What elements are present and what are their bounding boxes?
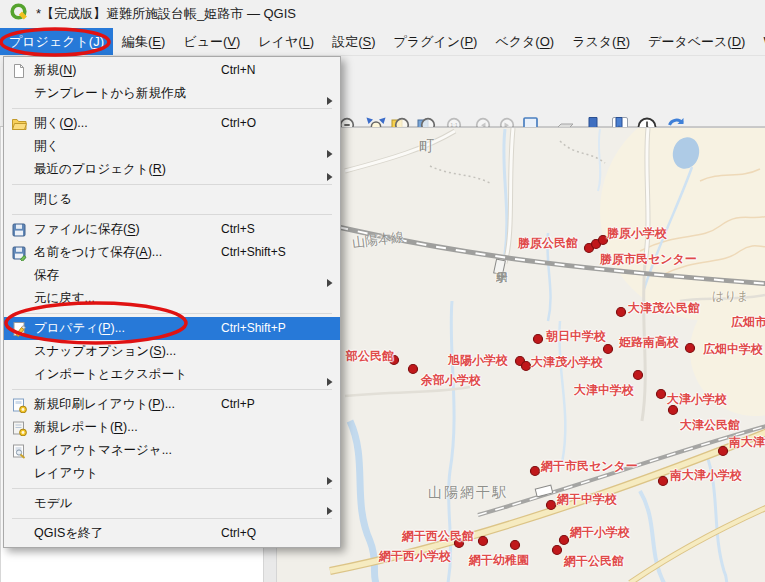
window-title: *【完成版】避難所施設台帳_姫路市 — QGIS [36, 5, 296, 23]
menu-item-label: レイアウト [34, 462, 98, 485]
menu-item-label: ファイルに保存(S) [34, 218, 140, 241]
menu-separator [12, 313, 332, 314]
menu-item-新規印刷レイアウトP[interactable]: 新規印刷レイアウト(P)...Ctrl+P [4, 393, 340, 416]
facility-dot [522, 362, 531, 371]
qgis-logo-icon [10, 3, 28, 25]
title-bar: *【完成版】避難所施設台帳_姫路市 — QGIS [0, 0, 765, 28]
menubar-item-8[interactable]: データベース(D) [639, 28, 754, 55]
menu-item-ファイルに保存S[interactable]: ファイルに保存(S)Ctrl+S [4, 218, 340, 241]
menu-item-レイアウト[interactable]: レイアウト [4, 462, 340, 485]
menu-item-元に戻す[interactable]: 元に戻す... [4, 287, 340, 310]
place-label: 山陽網干駅 [428, 484, 508, 502]
menu-separator [12, 389, 332, 390]
menu-item-label: プロパティ(P)... [34, 317, 125, 340]
facility-label: 旭陽小学校 [448, 352, 508, 369]
menu-item-label: 最近のプロジェクト(R) [34, 158, 166, 181]
menubar-item-9[interactable]: Web(W) [754, 28, 765, 55]
facility-dot [617, 308, 626, 317]
submenu-arrow-icon [326, 371, 333, 394]
menu-item-新規N[interactable]: 新規(N)Ctrl+N [4, 59, 340, 82]
facility-dot [531, 467, 540, 476]
place-label: はりま [712, 288, 749, 305]
menu-item-レイアウトマネージャ[interactable]: レイアウトマネージャ... [4, 439, 340, 462]
submenu-arrow-icon [326, 90, 333, 113]
menu-item-shortcut: Ctrl+Shift+S [221, 241, 286, 264]
facility-label: 広畑中学校 [703, 341, 763, 358]
menu-item-インポートとエクスポート[interactable]: インポートとエクスポート [4, 363, 340, 386]
menu-item-開く[interactable]: 開く [4, 135, 340, 158]
facility-label: 網干西公民館 [402, 528, 474, 545]
menu-item-名前をつけて保存A[interactable]: 名前をつけて保存(A)...Ctrl+Shift+S [4, 241, 340, 264]
facility-label: 大津公民館 [680, 417, 740, 434]
menu-item-shortcut: Ctrl+Q [221, 522, 256, 545]
properties-icon [4, 321, 34, 337]
facility-label: 広畑市 [731, 314, 765, 331]
facility-label: 南大津 [729, 434, 765, 451]
menu-bar: プロジェクト(J)編集(E)ビュー(V)レイヤ(L)設定(S)プラグイン(P)ベ… [0, 28, 765, 56]
submenu-arrow-icon [326, 500, 333, 523]
facility-label: 南大津小学校 [670, 467, 742, 484]
facility-label: 網干幼稚園 [469, 552, 529, 569]
save-as-icon [4, 245, 34, 261]
menu-item-label: 名前をつけて保存(A)... [34, 241, 162, 264]
menubar-item-5[interactable]: プラグイン(P) [385, 28, 487, 55]
menu-item-モデル[interactable]: モデル [4, 492, 340, 515]
facility-label: 勝原公民館 [518, 235, 578, 252]
menu-separator [12, 214, 332, 215]
menubar-item-2[interactable]: ビュー(V) [174, 28, 249, 55]
project-menu-popup: 新規(N)Ctrl+Nテンプレートから新規作成開く(O)...Ctrl+O開く最… [3, 56, 341, 548]
map-canvas[interactable]: 勝原公民館勝原小学校勝原市民センター大津茂公民館広畑市朝日中学校姫路南高校広畑中… [277, 127, 765, 582]
facility-dot [686, 344, 695, 353]
menubar-item-7[interactable]: ラスタ(R) [563, 28, 639, 55]
submenu-arrow-icon [326, 470, 333, 493]
save-icon [4, 222, 34, 238]
facility-label: 網干小学校 [570, 524, 630, 541]
menu-item-閉じる[interactable]: 閉じる [4, 188, 340, 211]
menu-separator [12, 184, 332, 185]
facility-label: 余部小学校 [421, 372, 481, 389]
facility-label: 姫路南高校 [619, 334, 679, 351]
facility-dot [560, 536, 569, 545]
facility-dot [409, 365, 418, 374]
layout-manager-icon [4, 443, 34, 459]
menu-separator [12, 108, 332, 109]
menu-item-shortcut: Ctrl+Shift+P [221, 317, 286, 340]
facility-dot [634, 371, 643, 380]
menu-item-最近のプロジェクトR[interactable]: 最近のプロジェクト(R) [4, 158, 340, 181]
new-report-icon [4, 420, 34, 436]
menu-item-shortcut: Ctrl+O [221, 112, 256, 135]
facility-dot [534, 335, 543, 344]
facility-dot [657, 390, 666, 399]
facility-label: 網干中学校 [557, 491, 617, 508]
menu-item-label: 新規レポート(R)... [34, 416, 138, 439]
menu-item-プロパティP[interactable]: プロパティ(P)...Ctrl+Shift+P [4, 317, 340, 340]
menu-item-QGISを終了[interactable]: QGISを終了Ctrl+Q [4, 522, 340, 545]
menu-item-label: 新規印刷レイアウト(P)... [34, 393, 175, 416]
facility-label: 網干公民館 [564, 553, 624, 570]
menu-item-label: 閉じる [34, 188, 72, 211]
menubar-item-6[interactable]: ベクタ(O) [486, 28, 563, 55]
facility-label: 朝日中学校 [546, 328, 606, 345]
menubar-item-3[interactable]: レイヤ(L) [249, 28, 323, 55]
facility-label: 網干西小学校 [379, 548, 451, 565]
menu-item-label: 開く [34, 135, 59, 158]
menu-item-保存[interactable]: 保存 [4, 264, 340, 287]
facility-label: 大津小学校 [667, 391, 727, 408]
menu-item-label: 開く(O)... [34, 112, 88, 135]
menu-item-開くO[interactable]: 開く(O)...Ctrl+O [4, 112, 340, 135]
menu-item-テンプレートから新規作成[interactable]: テンプレートから新規作成 [4, 82, 340, 105]
menu-item-shortcut: Ctrl+S [221, 218, 255, 241]
menu-item-label: QGISを終了 [34, 522, 103, 545]
menubar-item-4[interactable]: 設定(S) [323, 28, 384, 55]
menu-item-label: 保存 [34, 264, 59, 287]
menubar-item-1[interactable]: 編集(E) [113, 28, 174, 55]
menu-item-shortcut: Ctrl+N [221, 59, 255, 82]
menubar-item-project[interactable]: プロジェクト(J) [0, 28, 113, 55]
submenu-arrow-icon [326, 166, 333, 189]
menu-item-label: 元に戻す... [34, 287, 95, 310]
menu-item-新規レポートR[interactable]: 新規レポート(R)... [4, 416, 340, 439]
menu-item-label: テンプレートから新規作成 [34, 82, 186, 105]
menu-item-スナップオプションS[interactable]: スナップオプション(S)... [4, 340, 340, 363]
facility-dot [511, 541, 520, 550]
facility-label: 大津茂公民館 [628, 300, 700, 317]
